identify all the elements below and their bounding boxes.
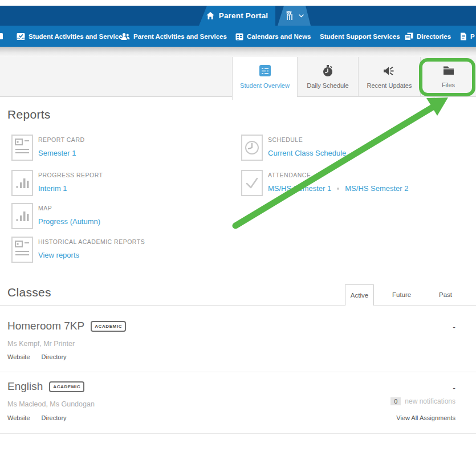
report-link[interactable]: Semester 1 (38, 149, 76, 157)
report-item-progress-report: PROGRESS REPORT Interim 1 (11, 170, 217, 197)
class-teachers: Ms Kempf, Mr Printer (7, 340, 75, 348)
report-link[interactable]: Current Class Schedule (268, 149, 346, 157)
top-bar: Parent Portal (0, 6, 476, 26)
school-column-logo-icon (285, 10, 296, 22)
class-title-text: Homeroom 7KP (7, 320, 84, 332)
school-logo-menu[interactable] (278, 6, 311, 26)
bar-chart-icon (11, 203, 33, 229)
filter-tab-label: Past (439, 291, 452, 298)
nav-item-label: Calendars and News (247, 33, 311, 40)
calendar-icon (235, 32, 243, 40)
class-title-text: English (7, 380, 43, 392)
report-link[interactable]: Interim 1 (38, 184, 67, 193)
nav-item-label: Parent Activities and Services (133, 33, 227, 40)
chevron-down-icon (299, 14, 304, 18)
classes-tab-active[interactable]: Active (345, 284, 374, 306)
directory-link[interactable]: Directory (42, 353, 67, 360)
report-label: HISTORICAL ACADEMIC REPORTS (38, 238, 145, 245)
view-all-assignments-link[interactable]: View All Assignments (396, 414, 455, 421)
report-link[interactable]: MS/HS Semester 2 (345, 184, 408, 193)
checklist-icon (259, 64, 271, 77)
nav-item-cutoff-right[interactable]: P (460, 26, 475, 47)
bar-chart-icon (11, 170, 33, 196)
report-card-icon (11, 237, 33, 263)
people-icon (121, 32, 130, 40)
nav-item-label: Student Support Services (320, 33, 400, 40)
report-label: MAP (38, 205, 52, 211)
class-links: Website Directory (7, 353, 67, 360)
academic-badge: ACADEMIC (49, 381, 84, 392)
filter-tab-label: Active (351, 292, 368, 299)
brand-label: Parent Portal (219, 11, 268, 20)
tab-files[interactable]: Files (420, 57, 476, 97)
report-label: ATTENDANCE (268, 172, 311, 178)
report-item-historical: HISTORICAL ACADEMIC REPORTS View reports (11, 237, 217, 264)
classes-tab-future[interactable]: Future (392, 291, 411, 298)
class-grade: - (453, 323, 455, 332)
notifications-row: 0 new notifications (390, 397, 455, 405)
class-title-homeroom: Homeroom 7KPACADEMIC (7, 320, 126, 332)
nav-item-student-support[interactable]: Student Support Services (320, 26, 400, 47)
class-title-english: EnglishACADEMIC (7, 380, 84, 393)
class-row-divider (0, 433, 476, 434)
nav-item-parent-activities[interactable]: Parent Activities and Services (121, 26, 227, 47)
classes-tab-past[interactable]: Past (439, 291, 452, 298)
report-label: REPORT CARD (38, 136, 85, 143)
nav-item-label: Directories (417, 33, 451, 40)
class-row-divider (0, 372, 476, 372)
report-card-icon (11, 135, 33, 161)
nav-item-label: P (470, 33, 475, 40)
nav-item-directories[interactable]: Directories (405, 26, 451, 47)
document-icon (460, 32, 467, 40)
report-item-map: MAP Progress (Autumn) (11, 203, 217, 230)
view-tabs: Student Overview Daily Schedule Recent U… (232, 57, 476, 97)
class-teachers: Ms Macleod, Ms Gundogan (7, 400, 95, 408)
report-item-attendance: ATTENDANCE MS/HS Semester 1 MS/HS Semest… (241, 170, 446, 197)
stopwatch-icon (322, 64, 334, 77)
check-icon (241, 170, 263, 196)
classes-divider (0, 305, 476, 306)
parent-portal-home-button[interactable]: Parent Portal (199, 6, 275, 26)
home-icon (206, 12, 214, 19)
directory-link[interactable]: Directory (42, 414, 67, 421)
nav-item-label: Student Activities and Services (29, 33, 126, 40)
cutoff-nav-icon (0, 32, 3, 40)
directory-icon (405, 32, 413, 40)
reports-heading: Reports (7, 108, 51, 121)
top-margin (0, 0, 476, 6)
website-link[interactable]: Website (7, 353, 30, 360)
main-nav: Student Activities and Services Parent A… (0, 26, 476, 47)
academic-badge: ACADEMIC (91, 321, 126, 332)
filter-tab-label: Future (392, 291, 411, 298)
class-grade: - (453, 384, 455, 393)
classes-heading: Classes (7, 286, 51, 299)
clock-icon (241, 135, 263, 161)
class-links: Website Directory (7, 414, 67, 421)
tab-recent-updates[interactable]: Recent Updates (358, 57, 420, 97)
dot-separator (337, 188, 339, 190)
nav-item-student-activities[interactable]: Student Activities and Services (17, 26, 126, 47)
tab-label: Recent Updates (367, 82, 412, 89)
report-label: SCHEDULE (268, 136, 303, 143)
header-shadow-band (0, 47, 476, 57)
arrow-shaft (235, 107, 433, 226)
report-link[interactable]: Progress (Autumn) (38, 217, 100, 226)
nav-item-calendars-news[interactable]: Calendars and News (235, 26, 311, 47)
website-link[interactable]: Website (7, 414, 30, 421)
report-label: PROGRESS REPORT (38, 172, 103, 178)
page: Parent Portal Student Activities and Ser… (0, 0, 476, 476)
report-link[interactable]: View reports (38, 251, 79, 259)
report-item-report-card: REPORT CARD Semester 1 (11, 135, 217, 162)
report-link[interactable]: MS/HS Semester 1 (268, 184, 331, 193)
tab-student-overview[interactable]: Student Overview (232, 57, 297, 100)
megaphone-icon (383, 64, 396, 77)
folder-icon (442, 64, 455, 76)
inbox-check-icon (17, 32, 25, 40)
tab-label: Files (442, 82, 455, 88)
tab-label: Student Overview (240, 82, 290, 89)
notification-text: new notifications (405, 397, 455, 405)
arrow-head-icon (426, 97, 448, 116)
notification-count-badge: 0 (390, 397, 401, 405)
tab-daily-schedule[interactable]: Daily Schedule (297, 57, 358, 97)
tab-label: Daily Schedule (307, 82, 348, 89)
